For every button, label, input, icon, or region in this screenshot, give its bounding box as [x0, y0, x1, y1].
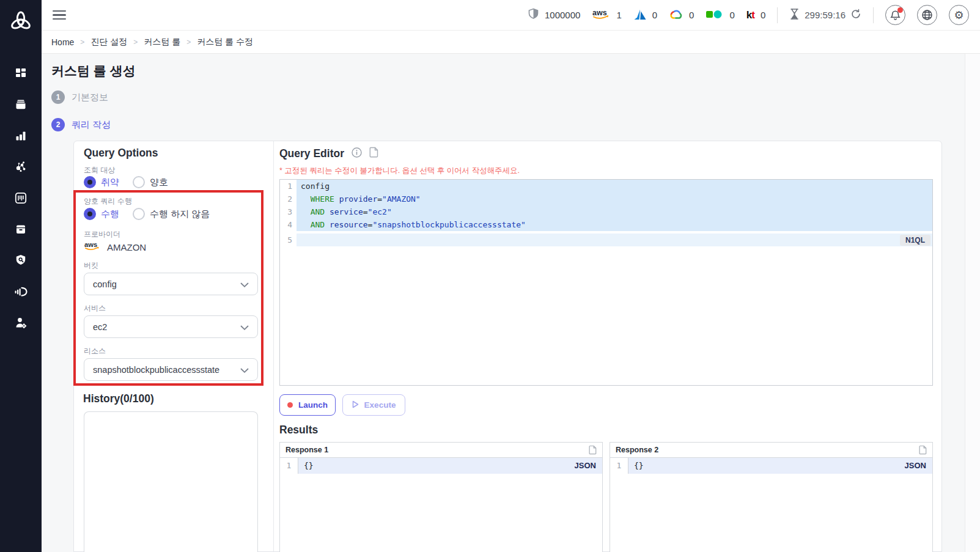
- barcode-scan-icon[interactable]: [13, 191, 28, 205]
- json-badge: JSON: [575, 458, 602, 474]
- query-code-editor[interactable]: 1 config 2 WHERE provider="AMAZON" 3 AND…: [279, 179, 933, 386]
- code-line: 2 WHERE provider="AMAZON": [280, 193, 932, 205]
- resource-label: 리소스: [84, 346, 106, 356]
- breadcrumb-home[interactable]: Home: [51, 37, 74, 47]
- code-line: 4 AND resource="snapshotblockpublicacces…: [280, 218, 932, 231]
- notification-badge: [897, 7, 903, 13]
- breadcrumb: Home > 진단 설정 > 커스텀 룰 > 커스텀 룰 수정: [42, 31, 980, 54]
- header-divider: [873, 7, 874, 23]
- kt-icon: kt: [746, 9, 755, 21]
- bucket-label: 버킷: [84, 260, 98, 271]
- query-editor-title: Query Editor: [279, 147, 344, 160]
- good-query-label: 양호 쿼리 수행: [84, 196, 132, 207]
- top-header: 1000000 aws 1 0 0 0 kt 0 299:59:16: [42, 0, 980, 31]
- shield-icon: [528, 8, 539, 22]
- dashboard-icon[interactable]: [13, 66, 28, 81]
- service-select[interactable]: ec2: [84, 315, 258, 338]
- refresh-icon[interactable]: [850, 9, 861, 21]
- radio-vulnerable[interactable]: [84, 176, 96, 188]
- hourglass-icon: [789, 8, 800, 22]
- bar-chart-icon[interactable]: [13, 128, 28, 143]
- target-radio-group: 취약 양호: [84, 176, 168, 188]
- chevron-right-icon: >: [133, 38, 138, 46]
- archive-box-icon[interactable]: [13, 222, 28, 237]
- bucket-select[interactable]: config: [84, 273, 258, 295]
- step-query-write[interactable]: 2 쿼리 작성: [51, 118, 111, 131]
- provider-label: 프로바이더: [84, 229, 120, 240]
- radio-execute[interactable]: [84, 208, 96, 220]
- gear-icon: ⚙: [954, 10, 963, 21]
- aws-counter: aws 1: [592, 8, 621, 22]
- cluster-icon[interactable]: [13, 160, 28, 174]
- user-settings-icon[interactable]: [13, 315, 28, 330]
- record-dot-icon: [287, 402, 293, 408]
- svg-text:aws: aws: [592, 9, 607, 17]
- sidebar: [0, 0, 42, 552]
- breadcrumb-custom-rule-edit: 커스텀 룰 수정: [197, 37, 253, 48]
- launch-button[interactable]: Launch: [279, 394, 336, 416]
- info-icon[interactable]: [352, 147, 362, 160]
- response-1-line: 1 {}JSON: [280, 458, 602, 474]
- copy-icon[interactable]: [369, 147, 378, 160]
- triquetra-logo-icon[interactable]: [7, 9, 34, 38]
- radio-good[interactable]: [133, 176, 145, 188]
- resource-select[interactable]: snapshotblockpublicaccessstate: [84, 358, 258, 381]
- radio-no-execute[interactable]: [133, 208, 145, 220]
- azure-counter: 0: [633, 9, 657, 22]
- naver-cloud-counter: 0: [706, 9, 734, 21]
- fixed-query-notice: * 고정된 쿼리는 수정이 불가합니다. 옵션 선택 후 이어서 작성해주세요.: [279, 166, 520, 176]
- chevron-down-icon: [240, 279, 249, 290]
- provider-value: AMAZON: [107, 242, 146, 252]
- chevron-right-icon: >: [186, 38, 191, 46]
- aws-icon: aws: [84, 240, 101, 254]
- radio-no-execute-label[interactable]: 수행 하지 않음: [150, 208, 210, 220]
- results-title: Results: [279, 424, 318, 436]
- audio-signal-icon[interactable]: [13, 284, 28, 299]
- hamburger-menu-icon[interactable]: [53, 10, 66, 20]
- response-1-panel: Response 1 1 {}JSON: [279, 442, 603, 552]
- vertical-scrollbar[interactable]: [965, 54, 980, 552]
- azure-icon: [633, 9, 647, 22]
- aws-icon: aws: [592, 8, 611, 22]
- code-line: 1 config: [280, 180, 932, 193]
- session-timer: 299:59:16: [789, 8, 861, 22]
- code-line: 3 AND service="ec2": [280, 205, 932, 218]
- breadcrumb-custom-rule[interactable]: 커스텀 룰: [144, 37, 180, 48]
- language-badge: N1QL: [900, 235, 930, 246]
- naver-cloud-icon: [706, 9, 724, 21]
- kt-counter: kt 0: [746, 9, 765, 21]
- asset-counter: 1000000: [528, 8, 580, 22]
- chevron-down-icon: [240, 364, 249, 375]
- response-2-line: 1 {}JSON: [610, 458, 932, 474]
- radio-vulnerable-label[interactable]: 취약: [101, 177, 119, 188]
- notifications-button[interactable]: [885, 5, 905, 25]
- page-title: 커스텀 룰 생성: [51, 62, 136, 79]
- play-icon: [352, 400, 359, 410]
- execute-button[interactable]: Execute: [342, 394, 405, 416]
- google-cloud-icon: [669, 9, 683, 21]
- target-label: 조회 대상: [84, 165, 115, 175]
- good-query-radio-group: 수행 수행 하지 않음: [84, 208, 210, 220]
- settings-button[interactable]: ⚙: [949, 5, 969, 25]
- timer-value: 299:59:16: [805, 10, 846, 20]
- copy-icon[interactable]: [589, 445, 597, 455]
- service-label: 서비스: [84, 303, 106, 314]
- response-2-panel: Response 2 1 {}JSON: [610, 442, 933, 552]
- breadcrumb-diagnosis-settings[interactable]: 진단 설정: [90, 37, 127, 48]
- svg-text:aws: aws: [84, 241, 97, 248]
- column-divider: [273, 141, 274, 551]
- copy-icon[interactable]: [919, 445, 927, 455]
- response-1-title: Response 1: [286, 446, 328, 454]
- history-title: History(0/100): [83, 392, 154, 405]
- header-divider: [777, 7, 778, 23]
- storage-tray-icon[interactable]: [13, 97, 28, 112]
- radio-good-label[interactable]: 양호: [150, 177, 168, 188]
- step-basic-info[interactable]: 1 기본정보: [51, 90, 108, 104]
- language-globe-button[interactable]: [917, 5, 937, 25]
- query-options-title: Query Options: [84, 147, 158, 160]
- radio-execute-label[interactable]: 수행: [101, 208, 119, 220]
- google-cloud-counter: 0: [669, 9, 694, 21]
- shield-search-icon[interactable]: [13, 253, 28, 268]
- history-empty-panel[interactable]: [84, 411, 258, 552]
- code-line-current[interactable]: 5 N1QL: [280, 234, 932, 246]
